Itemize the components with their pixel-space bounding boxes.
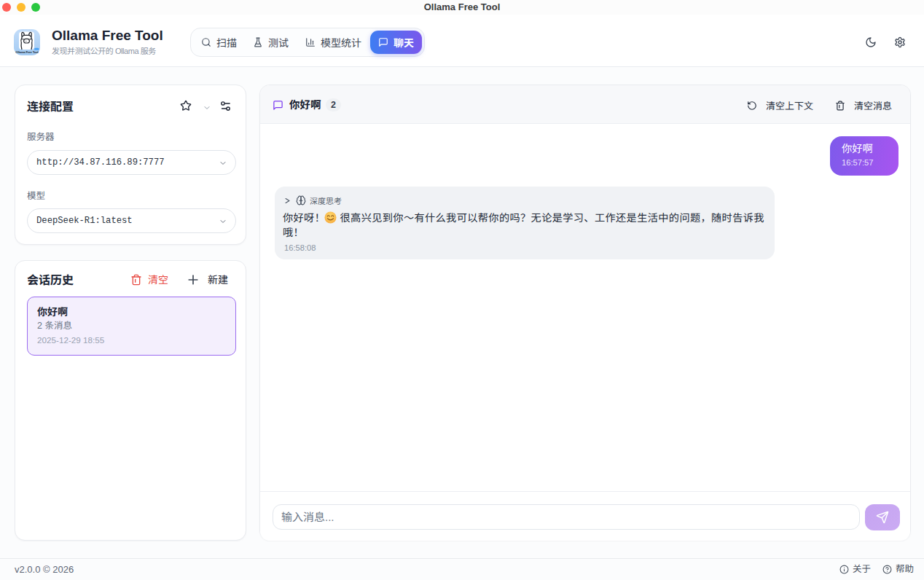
svg-text:Ollama Free Tool: Ollama Free Tool	[15, 50, 38, 54]
